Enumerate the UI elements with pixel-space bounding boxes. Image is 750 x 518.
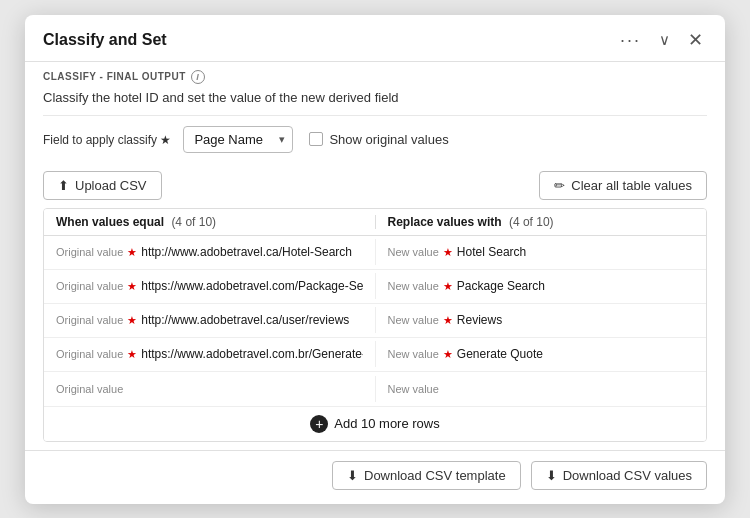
- modal-title: Classify and Set: [43, 31, 167, 49]
- chevron-down-icon: ∨: [659, 32, 670, 47]
- table-row: Original value ★New value ★: [44, 270, 706, 304]
- table-row: Original valueNew value: [44, 372, 706, 406]
- cell-right-0: New value ★: [376, 239, 707, 265]
- new-value-input[interactable]: [457, 313, 694, 327]
- help-icon[interactable]: i: [191, 70, 205, 84]
- original-value-input[interactable]: [141, 279, 362, 293]
- required-star: ★: [127, 246, 137, 259]
- table-rows: Original value ★New value ★Original valu…: [44, 236, 706, 406]
- modal-description: Classify the hotel ID and set the value …: [43, 88, 707, 115]
- required-star: ★: [443, 348, 453, 361]
- original-value-label: Original value: [56, 383, 123, 395]
- plus-circle-icon: +: [310, 415, 328, 433]
- more-options-button[interactable]: ···: [616, 29, 645, 51]
- cell-right-2: New value ★: [376, 307, 707, 333]
- cell-left-2: Original value ★: [44, 307, 376, 333]
- modal-body: Field to apply classify ★ Page Name ▾ Sh…: [25, 115, 725, 442]
- download-csv-values-button[interactable]: ⬇ Download CSV values: [531, 461, 707, 490]
- header-actions: ··· ∨ ✕: [616, 29, 707, 51]
- required-star: ★: [443, 314, 453, 327]
- close-icon: ✕: [688, 31, 703, 49]
- table-header: When values equal (4 of 10) Replace valu…: [44, 209, 706, 236]
- cell-right-1: New value ★: [376, 273, 707, 299]
- cell-right-3: New value ★: [376, 341, 707, 367]
- table-row: Original value ★New value ★: [44, 236, 706, 270]
- original-value-label: Original value: [56, 348, 123, 360]
- upload-csv-button[interactable]: ⬆ Upload CSV: [43, 171, 162, 200]
- field-apply-row: Field to apply classify ★ Page Name ▾ Sh…: [43, 115, 707, 163]
- field-select-wrap: Page Name ▾: [183, 126, 293, 153]
- clear-icon: ✏: [554, 178, 565, 193]
- required-star: ★: [443, 246, 453, 259]
- replace-values-header: Replace values with (4 of 10): [375, 215, 707, 229]
- cell-left-0: Original value ★: [44, 239, 376, 265]
- when-values-header: When values equal (4 of 10): [44, 215, 375, 229]
- new-value-label: New value: [388, 280, 439, 292]
- show-original-checkbox[interactable]: [309, 132, 323, 146]
- cell-left-1: Original value ★: [44, 273, 376, 299]
- original-value-label: Original value: [56, 314, 123, 326]
- cell-left-3: Original value ★: [44, 341, 376, 367]
- original-value-label: Original value: [56, 246, 123, 258]
- classify-badge: CLASSIFY - FINAL OUTPUT i: [43, 70, 707, 84]
- modal-header: Classify and Set ··· ∨ ✕: [25, 15, 725, 62]
- clear-all-button[interactable]: ✏ Clear all table values: [539, 171, 707, 200]
- required-star: ★: [127, 280, 137, 293]
- original-value-input[interactable]: [141, 347, 362, 361]
- original-value-input[interactable]: [141, 313, 362, 327]
- new-value-label: New value: [388, 383, 439, 395]
- download-icon: ⬇: [347, 468, 358, 483]
- modal-subheader: CLASSIFY - FINAL OUTPUT i Classify the h…: [25, 62, 725, 115]
- add-rows-row: + Add 10 more rows: [44, 406, 706, 441]
- show-original-wrap: Show original values: [309, 132, 448, 147]
- field-select[interactable]: Page Name: [183, 126, 293, 153]
- new-value-label: New value: [388, 348, 439, 360]
- new-value-label: New value: [388, 314, 439, 326]
- toolbar-row: ⬆ Upload CSV ✏ Clear all table values: [43, 163, 707, 208]
- download-csv-template-button[interactable]: ⬇ Download CSV template: [332, 461, 521, 490]
- add-rows-button[interactable]: + Add 10 more rows: [310, 415, 440, 433]
- table-row: Original value ★New value ★: [44, 304, 706, 338]
- cell-right-4: New value: [376, 376, 707, 402]
- cell-left-4: Original value: [44, 376, 376, 402]
- more-options-icon: ···: [620, 31, 641, 49]
- close-button[interactable]: ✕: [684, 29, 707, 51]
- upload-icon: ⬆: [58, 178, 69, 193]
- original-value-input[interactable]: [141, 245, 362, 259]
- collapse-button[interactable]: ∨: [655, 30, 674, 49]
- modal-footer: ⬇ Download CSV template ⬇ Download CSV v…: [25, 450, 725, 504]
- required-star: ★: [127, 348, 137, 361]
- classify-table: When values equal (4 of 10) Replace valu…: [43, 208, 707, 442]
- show-original-label[interactable]: Show original values: [329, 132, 448, 147]
- required-star: ★: [127, 314, 137, 327]
- field-apply-label: Field to apply classify ★: [43, 130, 171, 148]
- new-value-input[interactable]: [457, 245, 694, 259]
- new-value-input[interactable]: [457, 279, 694, 293]
- download-icon: ⬇: [546, 468, 557, 483]
- required-star: ★: [443, 280, 453, 293]
- new-value-input[interactable]: [443, 382, 694, 396]
- new-value-input[interactable]: [457, 347, 694, 361]
- original-value-input[interactable]: [127, 382, 362, 396]
- table-row: Original value ★New value ★: [44, 338, 706, 372]
- classify-set-modal: Classify and Set ··· ∨ ✕ CLASSIFY - FINA…: [25, 15, 725, 504]
- new-value-label: New value: [388, 246, 439, 258]
- original-value-label: Original value: [56, 280, 123, 292]
